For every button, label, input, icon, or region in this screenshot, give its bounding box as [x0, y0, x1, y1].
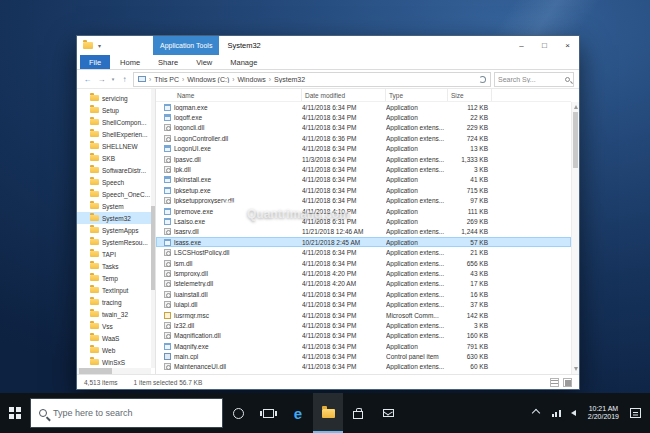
tree-item-systemresou[interactable]: SystemResou...: [77, 236, 155, 248]
file-row-magnify.exe[interactable]: Magnify.exe4/11/2018 6:34 PMApplication7…: [156, 341, 571, 351]
tab-file[interactable]: File: [80, 55, 110, 69]
tree-hscroll-thumb[interactable]: [79, 368, 112, 374]
recent-locations-chevron-icon[interactable]: ▾: [110, 76, 116, 82]
list-vertical-scrollbar[interactable]: [571, 102, 579, 374]
tree-item-winsxs[interactable]: WinSxS: [77, 356, 155, 368]
column-header-date-modified[interactable]: Date modified: [302, 89, 386, 101]
tree-item-speech[interactable]: Speech: [77, 176, 155, 188]
network-icon[interactable]: [552, 410, 561, 417]
tree-item-twain32[interactable]: twain_32: [77, 308, 155, 320]
minimize-icon[interactable]: –: [510, 36, 533, 55]
column-header-name[interactable]: Name: [174, 89, 302, 101]
tree-item-tracing[interactable]: tracing: [77, 296, 155, 308]
file-row-lscshostpolicy.dll[interactable]: LSCSHostPolicy.dll4/11/2018 6:34 PMAppli…: [156, 247, 571, 257]
file-row-lsaiso.exe[interactable]: Lsaiso.exe4/11/2018 6:31 PMApplication26…: [156, 216, 571, 226]
tree-item-system[interactable]: System: [77, 200, 155, 212]
tree-item-softwaredistr[interactable]: SoftwareDistr...: [77, 164, 155, 176]
tab-home[interactable]: Home: [111, 55, 149, 69]
quick-access-toolbar-chevron-icon[interactable]: ▾: [98, 42, 101, 49]
tree-item-vss[interactable]: Vss: [77, 320, 155, 332]
tab-manage[interactable]: Manage: [221, 55, 266, 69]
file-row-lsass.exe[interactable]: lsass.exe10/21/2018 2:45 AMApplication57…: [156, 237, 571, 247]
file-row-maintenanceui.dll[interactable]: MaintenanceUI.dll4/11/2018 6:34 PMApplic…: [156, 362, 571, 372]
file-row-logman.exe[interactable]: logman.exe4/11/2018 6:34 PMApplication11…: [156, 102, 571, 112]
up-icon[interactable]: ↑: [119, 75, 130, 84]
edge-button[interactable]: e: [283, 393, 313, 433]
breadcrumb-item[interactable]: Windows (C:): [185, 76, 231, 83]
file-row-luainstall.dll[interactable]: luainstall.dll4/11/2018 6:34 PMApplicati…: [156, 289, 571, 299]
scroll-down-icon[interactable]: [574, 367, 578, 371]
mail-button[interactable]: [373, 393, 403, 433]
action-center-icon[interactable]: [630, 408, 641, 418]
tab-share[interactable]: Share: [149, 55, 187, 69]
thumbnails-view-icon[interactable]: [563, 378, 572, 387]
file-row-lpasvc.dll[interactable]: lpasvc.dll11/3/2018 6:34 PMApplication e…: [156, 154, 571, 164]
file-row-lsasrv.dll[interactable]: lsasrv.dll11/21/2018 12:46 AMApplication…: [156, 227, 571, 237]
file-row-lpkinstall.exe[interactable]: lpkinstall.exe4/11/2018 6:34 PMApplicati…: [156, 175, 571, 185]
forward-icon[interactable]: →: [96, 75, 107, 84]
tree-item-system32[interactable]: System32: [77, 212, 155, 224]
file-row-lpk.dll[interactable]: lpk.dll4/11/2018 6:34 PMApplication exte…: [156, 164, 571, 174]
tree-item-temp[interactable]: Temp: [77, 272, 155, 284]
tree-item-shellnew[interactable]: SHELLNEW: [77, 140, 155, 152]
cortana-button[interactable]: [223, 393, 253, 433]
file-type-dll-icon: [164, 291, 171, 298]
close-icon[interactable]: ×: [556, 36, 579, 55]
tree-vscroll-thumb[interactable]: [151, 206, 155, 290]
tree-item-waas[interactable]: WaaS: [77, 332, 155, 344]
tree-item-skb[interactable]: SKB: [77, 152, 155, 164]
tree-item-textinput[interactable]: TextInput: [77, 284, 155, 296]
scroll-up-icon[interactable]: [574, 105, 578, 109]
tab-view[interactable]: View: [187, 55, 221, 69]
refresh-icon[interactable]: [479, 76, 486, 83]
details-view-icon[interactable]: [550, 378, 559, 387]
file-row-main.cpl[interactable]: main.cpl4/11/2018 6:34 PMControl panel i…: [156, 351, 571, 361]
title-bar[interactable]: ▾ Application Tools System32 – □ ×: [77, 36, 579, 55]
tree-item-servicing[interactable]: servicing: [77, 92, 155, 104]
tray-chevron-icon[interactable]: [532, 409, 540, 417]
tree-item-tasks[interactable]: Tasks: [77, 260, 155, 272]
scrollbar-thumb[interactable]: [573, 112, 578, 168]
file-row-lz32.dll[interactable]: lz32.dll4/11/2018 6:34 PMApplication ext…: [156, 320, 571, 330]
column-header-type[interactable]: Type: [386, 89, 448, 101]
file-row-magnification.dll[interactable]: Magnification.dll4/11/2018 6:34 PMApplic…: [156, 331, 571, 341]
taskbar-clock[interactable]: 10:21 AM 2/20/2019: [588, 405, 619, 422]
breadcrumb-item[interactable]: System32: [272, 76, 307, 83]
maximize-icon[interactable]: □: [533, 36, 556, 55]
breadcrumb-item[interactable]: Windows: [235, 76, 267, 83]
tree-vertical-scrollbar[interactable]: [151, 89, 155, 368]
back-icon[interactable]: ←: [82, 75, 93, 84]
taskbar-search-input[interactable]: Type here to search: [30, 398, 223, 428]
tree-item-speechonec[interactable]: Speech_OneC...: [77, 188, 155, 200]
volume-icon[interactable]: [571, 410, 576, 416]
file-row-lsm.dll[interactable]: lsm.dll4/11/2018 6:34 PMApplication exte…: [156, 258, 571, 268]
tree-item-shellcompon[interactable]: ShellCompon...: [77, 116, 155, 128]
file-row-lstelemetry.dll[interactable]: lstelemetry.dll4/11/2018 4:20 AMApplicat…: [156, 279, 571, 289]
store-button[interactable]: [343, 393, 373, 433]
file-row-lpksetupproxyserv.dll[interactable]: lpksetupproxyserv.dll4/11/2018 6:34 PMAp…: [156, 196, 571, 206]
file-row-lpremove.exe[interactable]: lpremove.exe4/11/2018 4:10 PMApplication…: [156, 206, 571, 216]
breadcrumb-item[interactable]: This PC: [152, 76, 181, 83]
file-type: Application extens...: [386, 280, 448, 287]
tree-item-tapi[interactable]: TAPI: [77, 248, 155, 260]
file-row-logoncli.dll[interactable]: logoncli.dll4/11/2018 6:34 PMApplication…: [156, 123, 571, 133]
file-row-lpksetup.exe[interactable]: lpksetup.exe4/11/2018 6:34 PMApplication…: [156, 185, 571, 195]
tree-item-setup[interactable]: Setup: [77, 104, 155, 116]
breadcrumb[interactable]: ›This PC›Windows (C:)›Windows›System32: [133, 72, 491, 87]
file-explorer-button[interactable]: [313, 393, 343, 433]
file-row-logonui.exe[interactable]: LogonUI.exe4/11/2018 6:34 PMApplication1…: [156, 144, 571, 154]
tree-item-shellexperien[interactable]: ShellExperien...: [77, 128, 155, 140]
tree-item-web[interactable]: Web: [77, 344, 155, 356]
search-input[interactable]: Search Sy...: [494, 72, 574, 87]
tree-horizontal-scrollbar[interactable]: [77, 368, 151, 374]
task-view-button[interactable]: [253, 393, 283, 433]
file-row-lusrmgr.msc[interactable]: lusrmgr.msc4/11/2018 6:34 PMMicrosoft Co…: [156, 310, 571, 320]
file-row-logoff.exe[interactable]: logoff.exe4/11/2018 6:34 PMApplication22…: [156, 112, 571, 122]
file-row-lsmproxy.dll[interactable]: lsmproxy.dll4/11/2018 4:20 PMApplication…: [156, 268, 571, 278]
column-header-size[interactable]: Size: [448, 89, 492, 101]
folder-icon: [90, 155, 99, 161]
file-row-logoncontroller.dll[interactable]: LogonController.dll4/11/2018 6:36 PMAppl…: [156, 133, 571, 143]
start-button[interactable]: [0, 393, 30, 433]
file-row-luiapi.dll[interactable]: luiapi.dll4/11/2018 6:34 PMApplication e…: [156, 299, 571, 309]
tree-item-systemapps[interactable]: SystemApps: [77, 224, 155, 236]
